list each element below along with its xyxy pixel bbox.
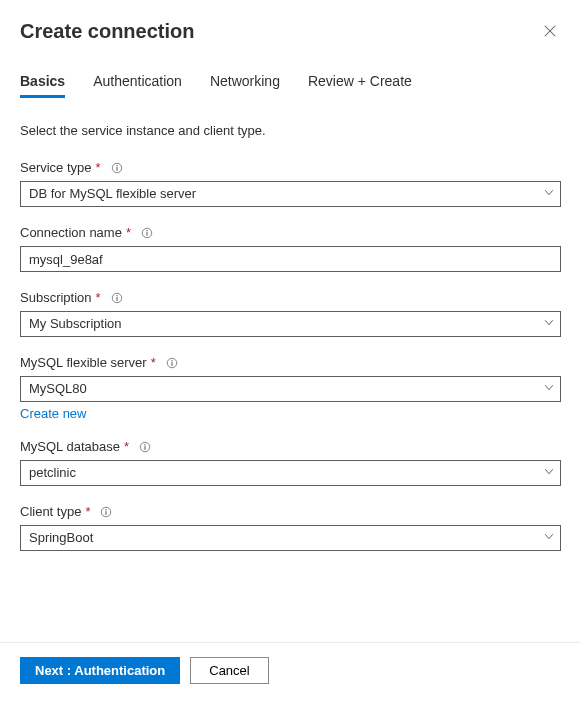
close-icon — [543, 24, 557, 41]
tab-authentication[interactable]: Authentication — [93, 73, 182, 98]
next-button[interactable]: Next : Authentication — [20, 657, 180, 684]
tab-networking[interactable]: Networking — [210, 73, 280, 98]
svg-rect-10 — [116, 297, 117, 301]
cancel-button[interactable]: Cancel — [190, 657, 268, 684]
svg-rect-4 — [116, 167, 117, 171]
server-select[interactable]: MySQL80 — [20, 376, 561, 402]
server-value: MySQL80 — [20, 376, 561, 402]
svg-rect-16 — [145, 446, 146, 450]
service-type-select[interactable]: DB for MySQL flexible server — [20, 181, 561, 207]
svg-rect-13 — [171, 362, 172, 366]
client-type-select[interactable]: SpringBoot — [20, 525, 561, 551]
svg-point-12 — [171, 360, 172, 361]
required-indicator: * — [96, 160, 101, 175]
info-icon[interactable] — [111, 162, 123, 174]
required-indicator: * — [124, 439, 129, 454]
svg-point-18 — [106, 509, 107, 510]
client-type-label: Client type — [20, 504, 81, 519]
tab-review-create[interactable]: Review + Create — [308, 73, 412, 98]
client-type-value: SpringBoot — [20, 525, 561, 551]
svg-rect-19 — [106, 511, 107, 515]
svg-point-15 — [144, 444, 145, 445]
tab-bar: Basics Authentication Networking Review … — [20, 73, 561, 98]
service-type-value: DB for MySQL flexible server — [20, 181, 561, 207]
info-icon[interactable] — [100, 506, 112, 518]
svg-rect-7 — [146, 232, 147, 236]
required-indicator: * — [85, 504, 90, 519]
server-label: MySQL flexible server — [20, 355, 147, 370]
tab-basics[interactable]: Basics — [20, 73, 65, 98]
subscription-label: Subscription — [20, 290, 92, 305]
database-select[interactable]: petclinic — [20, 460, 561, 486]
svg-point-6 — [146, 230, 147, 231]
create-new-link[interactable]: Create new — [20, 406, 86, 421]
database-label: MySQL database — [20, 439, 120, 454]
required-indicator: * — [151, 355, 156, 370]
required-indicator: * — [96, 290, 101, 305]
required-indicator: * — [126, 225, 131, 240]
dialog-title: Create connection — [20, 20, 194, 43]
svg-point-3 — [116, 165, 117, 166]
svg-point-9 — [116, 295, 117, 296]
connection-name-input[interactable] — [20, 246, 561, 272]
dialog-footer: Next : Authentication Cancel — [0, 642, 581, 702]
info-icon[interactable] — [141, 227, 153, 239]
info-icon[interactable] — [111, 292, 123, 304]
intro-text: Select the service instance and client t… — [20, 123, 561, 138]
close-button[interactable] — [539, 20, 561, 45]
subscription-select[interactable]: My Subscription — [20, 311, 561, 337]
connection-name-label: Connection name — [20, 225, 122, 240]
info-icon[interactable] — [166, 357, 178, 369]
info-icon[interactable] — [139, 441, 151, 453]
database-value: petclinic — [20, 460, 561, 486]
subscription-value: My Subscription — [20, 311, 561, 337]
service-type-label: Service type — [20, 160, 92, 175]
